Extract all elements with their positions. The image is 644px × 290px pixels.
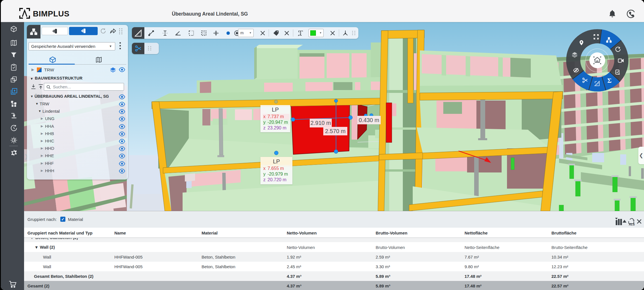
svg-text:Σ: Σ: [607, 77, 611, 84]
svg-text:XLS: XLS: [629, 223, 635, 226]
